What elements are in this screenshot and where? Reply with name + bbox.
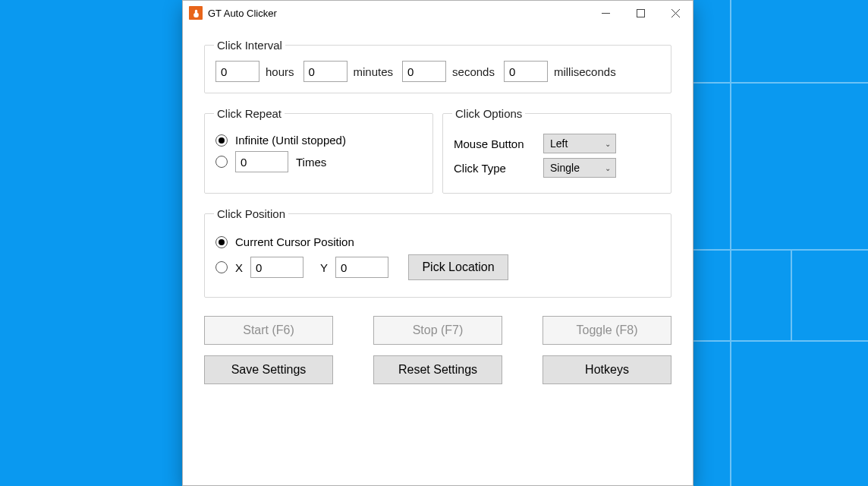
position-y-label: Y xyxy=(320,261,328,274)
click-repeat-legend: Click Repeat xyxy=(214,107,285,120)
hours-label: hours xyxy=(266,65,294,78)
seconds-input[interactable] xyxy=(402,61,446,82)
position-current-radio[interactable] xyxy=(215,236,228,248)
click-interval-legend: Click Interval xyxy=(214,39,285,52)
repeat-infinite-radio[interactable] xyxy=(215,134,228,147)
click-type-select[interactable]: Single ⌄ xyxy=(543,158,616,178)
milliseconds-label: milliseconds xyxy=(554,65,616,78)
position-current-label: Current Cursor Position xyxy=(235,235,354,248)
reset-settings-button[interactable]: Reset Settings xyxy=(373,355,502,384)
position-x-label: X xyxy=(235,261,243,274)
seconds-label: seconds xyxy=(452,65,495,78)
minutes-input[interactable] xyxy=(303,61,348,82)
click-type-label: Click Type xyxy=(454,162,543,175)
hotkeys-button[interactable]: Hotkeys xyxy=(542,355,671,384)
milliseconds-input[interactable] xyxy=(504,61,548,82)
mouse-button-value: Left xyxy=(550,137,568,150)
repeat-infinite-label: Infinite (Until stopped) xyxy=(235,134,346,147)
app-window: GT Auto Clicker Click Interval hours min… xyxy=(182,0,693,486)
mouse-button-label: Mouse Button xyxy=(454,137,543,150)
window-title: GT Auto Clicker xyxy=(208,8,277,19)
svg-rect-1 xyxy=(637,9,644,17)
stop-button[interactable]: Stop (F7) xyxy=(373,316,502,345)
repeat-times-radio[interactable] xyxy=(215,156,228,168)
mouse-button-select[interactable]: Left ⌄ xyxy=(543,134,616,153)
minutes-label: minutes xyxy=(354,65,394,78)
position-xy-radio[interactable] xyxy=(215,261,228,273)
minimize-button[interactable] xyxy=(588,1,623,25)
toggle-button[interactable]: Toggle (F8) xyxy=(542,316,671,345)
start-button[interactable]: Start (F6) xyxy=(204,316,333,345)
chevron-down-icon: ⌄ xyxy=(605,140,611,148)
click-options-legend: Click Options xyxy=(452,107,525,120)
click-interval-group: Click Interval hours minutes seconds mil… xyxy=(204,39,671,93)
chevron-down-icon: ⌄ xyxy=(605,164,611,172)
repeat-times-label: Times xyxy=(296,156,326,169)
click-options-group: Click Options Mouse Button Left ⌄ Click … xyxy=(442,107,671,194)
repeat-times-input[interactable] xyxy=(235,151,288,172)
client-area: Click Interval hours minutes seconds mil… xyxy=(183,25,693,485)
maximize-button[interactable] xyxy=(623,1,658,25)
click-type-value: Single xyxy=(550,162,580,174)
close-button[interactable] xyxy=(658,1,693,25)
position-y-input[interactable] xyxy=(335,257,388,278)
hours-input[interactable] xyxy=(215,61,259,82)
click-repeat-group: Click Repeat Infinite (Until stopped) Ti… xyxy=(204,107,433,194)
click-position-group: Click Position Current Cursor Position X… xyxy=(204,207,671,298)
click-position-legend: Click Position xyxy=(214,207,288,220)
pick-location-button[interactable]: Pick Location xyxy=(408,254,508,280)
desktop-wallpaper: GT Auto Clicker Click Interval hours min… xyxy=(0,0,868,486)
titlebar[interactable]: GT Auto Clicker xyxy=(183,1,693,25)
position-x-input[interactable] xyxy=(250,257,303,278)
app-icon xyxy=(189,6,203,20)
wallpaper-grid xyxy=(686,0,868,486)
save-settings-button[interactable]: Save Settings xyxy=(204,355,333,384)
